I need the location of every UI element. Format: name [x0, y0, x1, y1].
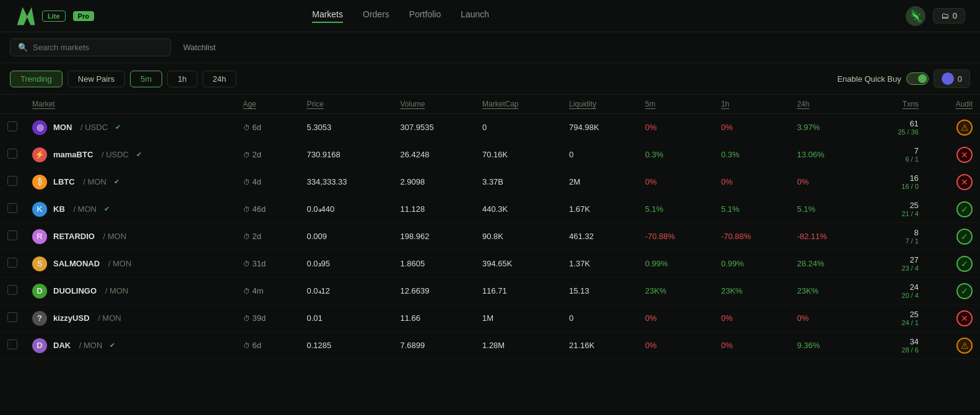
row-checkbox[interactable]	[7, 149, 17, 159]
audit-icon-pass: ✓	[956, 229, 973, 245]
search-input[interactable]	[33, 43, 163, 52]
row-1h-cell: 0.3%	[714, 141, 790, 168]
row-txns-cell: 61 25 / 36	[865, 114, 926, 141]
coin-name: KB	[53, 204, 65, 214]
row-txns-cell: 8 7 / 1	[865, 223, 926, 250]
search-bar-row: 🔍 Watchlist	[0, 32, 980, 63]
row-txns-cell: 25 24 / 1	[865, 305, 926, 332]
filter-24h[interactable]: 24h	[202, 71, 237, 87]
row-audit-cell: ✓	[926, 250, 980, 277]
row-marketcap-cell: 3.37B	[475, 168, 562, 196]
th-5m[interactable]: 5m	[638, 95, 714, 114]
row-checkbox[interactable]	[7, 312, 17, 322]
table-row[interactable]: ? kizzyUSD / MON ⏱ 39d 0.01 11.66 1M 0 0…	[0, 305, 980, 332]
row-price-cell: 334,333.33	[299, 168, 392, 196]
th-price[interactable]: Price	[299, 95, 392, 114]
coin-icon: ?	[32, 311, 47, 326]
watchlist-button[interactable]: Watchlist	[171, 39, 228, 56]
row-volume-cell: 11.66	[392, 305, 475, 332]
row-checkbox[interactable]	[7, 339, 17, 349]
row-audit-cell: ✕	[926, 305, 980, 332]
row-price-cell: 0.009	[299, 223, 392, 250]
th-marketcap[interactable]: MarketCap	[475, 95, 562, 114]
row-1h-cell: -70.88%	[714, 223, 790, 250]
row-5m-cell: 0%	[638, 332, 714, 359]
table-row[interactable]: ⚡ mamaBTC / USDC ✔ ⏱ 2d 730.9168 26.4248…	[0, 141, 980, 168]
age-value: 39d	[253, 313, 266, 323]
table-row[interactable]: K KB / MON ✔ ⏱ 46d 0.0₄440 11.128 440.3K…	[0, 196, 980, 223]
th-volume[interactable]: Volume	[392, 95, 475, 114]
row-checkbox[interactable]	[7, 121, 17, 131]
filter-5m[interactable]: 5m	[130, 71, 162, 87]
verified-icon: ✔	[114, 178, 119, 186]
quick-buy-toggle[interactable]	[906, 72, 929, 85]
audit-icon-pass: ✓	[956, 201, 973, 217]
audit-icon-fail: ✕	[956, 174, 973, 190]
filter-1h[interactable]: 1h	[167, 71, 197, 87]
age-value: 2d	[253, 150, 261, 159]
age-clock-icon: ⏱	[243, 206, 250, 213]
row-checkbox-cell	[0, 305, 25, 332]
row-volume-cell: 198.962	[392, 223, 475, 250]
th-market[interactable]: Market	[25, 95, 236, 114]
row-checkbox[interactable]	[7, 176, 17, 186]
txns-sub: 7 / 1	[873, 237, 919, 245]
row-24h-cell: -82.11%	[789, 223, 865, 250]
coin-quote: / MON	[101, 232, 126, 241]
nav-orders[interactable]: Orders	[363, 9, 389, 23]
row-1h-cell: 0%	[714, 305, 790, 332]
row-liquidity-cell: 1.67K	[562, 196, 638, 223]
coin-quote: / MON	[106, 259, 131, 268]
row-checkbox[interactable]	[7, 230, 17, 240]
row-5m-cell: 23K%	[638, 277, 714, 305]
filter-trending[interactable]: Trending	[10, 71, 63, 87]
coin-quote: / MON	[96, 313, 121, 323]
txns-total: 8	[873, 228, 919, 237]
table-row[interactable]: ₿ LBTC / MON ✔ ⏱ 4d 334,333.33 2.9098 3.…	[0, 168, 980, 196]
th-1h[interactable]: 1h	[714, 95, 790, 114]
coin-icon: ₿	[32, 175, 47, 190]
badge-pro[interactable]: Pro	[73, 11, 94, 21]
row-age-cell: ⏱ 6d	[236, 332, 300, 359]
coin-quote: / USDC	[99, 150, 129, 159]
row-checkbox[interactable]	[7, 258, 17, 268]
row-5m-cell: -70.88%	[638, 223, 714, 250]
coin-name: DAK	[53, 341, 71, 350]
age-value: 2d	[253, 232, 261, 241]
th-audit[interactable]: Audit	[926, 95, 980, 114]
age-value: 4d	[253, 177, 261, 186]
table-row[interactable]: R RETARDIO / MON ⏱ 2d 0.009 198.962 90.8…	[0, 223, 980, 250]
coin-quote: / MON	[103, 286, 128, 295]
th-txns[interactable]: Txns	[865, 95, 926, 114]
row-liquidity-cell: 0	[562, 305, 638, 332]
row-24h-cell: 3.97%	[789, 114, 865, 141]
quick-buy-value: 0	[958, 74, 962, 84]
age-value: 6d	[253, 123, 261, 132]
audit-icon-fail: ✕	[956, 310, 973, 326]
row-market-cell: ◎ MON / USDC ✔	[25, 114, 236, 141]
audit-icon-pass: ✓	[956, 256, 973, 272]
nav-markets[interactable]: Markets	[312, 9, 343, 23]
table-row[interactable]: S SALMONAD / MON ⏱ 31d 0.0₃95 1.8605 394…	[0, 250, 980, 277]
logo: Lite Pro	[15, 5, 94, 27]
txns-total: 27	[873, 255, 919, 264]
table-row[interactable]: ◎ MON / USDC ✔ ⏱ 6d 5.3053 307.9535 0 79…	[0, 114, 980, 141]
table-row[interactable]: D DUOLINGO / MON ⏱ 4m 0.0₄12 12.6639 116…	[0, 277, 980, 305]
row-checkbox[interactable]	[7, 203, 17, 213]
th-liquidity[interactable]: Liquidity	[562, 95, 638, 114]
th-24h[interactable]: 24h	[789, 95, 865, 114]
badge-lite[interactable]: Lite	[42, 11, 66, 22]
table-row[interactable]: D DAK / MON ✔ ⏱ 6d 0.1285 7.6899 1.28M 2…	[0, 332, 980, 359]
nav-launch[interactable]: Launch	[461, 9, 489, 23]
nav-portfolio[interactable]: Portfolio	[409, 9, 441, 23]
th-checkbox	[0, 95, 25, 114]
row-txns-cell: 7 6 / 1	[865, 141, 926, 168]
coin-icon: D	[32, 338, 47, 353]
wallet-button[interactable]: 🗂 0	[933, 8, 965, 24]
filter-new-pairs[interactable]: New Pairs	[67, 71, 125, 87]
row-checkbox-cell	[0, 168, 25, 196]
row-checkbox-cell	[0, 196, 25, 223]
row-liquidity-cell: 0	[562, 141, 638, 168]
row-checkbox[interactable]	[7, 285, 17, 295]
th-age[interactable]: Age	[236, 95, 300, 114]
